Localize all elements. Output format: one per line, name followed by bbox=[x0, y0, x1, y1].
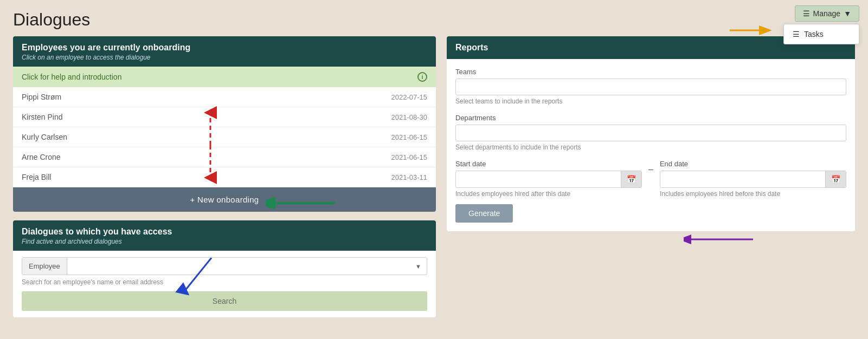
table-row[interactable]: Kurly Carlsen 2021-06-15 bbox=[13, 127, 436, 147]
teams-hint: Select teams to include in the reports bbox=[455, 97, 846, 105]
departments-input[interactable] bbox=[455, 125, 846, 141]
employee-label: Employee bbox=[22, 258, 67, 275]
table-row[interactable]: Freja Bill 2021-03-11 bbox=[13, 167, 436, 187]
employee-date: 2021-03-11 bbox=[391, 173, 428, 181]
manage-button[interactable]: ☰ Manage ▼ bbox=[795, 5, 859, 22]
new-onboarding-button[interactable]: + New onboarding bbox=[13, 187, 436, 212]
start-date-hint: Includes employees hired after this date bbox=[455, 190, 642, 198]
date-row: Start date 📅 Includes employees hired af… bbox=[455, 160, 846, 198]
employee-name: Freja Bill bbox=[22, 173, 51, 181]
start-date-wrap: 📅 bbox=[455, 171, 642, 188]
start-date-input[interactable] bbox=[456, 172, 621, 187]
access-subtitle: Find active and archived dialogues bbox=[22, 238, 427, 245]
employee-name: Pippi Strøm bbox=[22, 93, 61, 101]
employee-date: 2021-08-30 bbox=[391, 113, 428, 121]
reports-panel: Reports Teams Select teams to include in… bbox=[447, 36, 855, 231]
generate-button[interactable]: Generate bbox=[455, 204, 513, 223]
help-row[interactable]: Click for help and introduction i bbox=[13, 67, 436, 87]
manage-dropdown: ☰ Tasks bbox=[783, 24, 859, 44]
access-title: Dialogues to which you have access bbox=[22, 227, 427, 237]
purple-arrow-annotation bbox=[684, 231, 754, 247]
start-date-group: Start date 📅 Includes employees hired af… bbox=[455, 160, 642, 198]
employee-name: Kurly Carlsen bbox=[22, 133, 67, 141]
main-layout: Employees you are currently onboarding C… bbox=[0, 36, 868, 330]
start-date-calendar-button[interactable]: 📅 bbox=[621, 171, 641, 187]
employee-list: Pippi Strøm 2022-07-15 Kirsten Pind 2021… bbox=[13, 87, 436, 187]
blue-arrow-annotation bbox=[168, 258, 239, 296]
end-date-group: End date 📅 Includes employees hired befo… bbox=[660, 160, 846, 198]
tasks-icon: ☰ bbox=[793, 30, 800, 38]
table-row[interactable]: Kirsten Pind 2021-08-30 bbox=[13, 107, 436, 127]
onboarding-section: Employees you are currently onboarding C… bbox=[13, 36, 436, 212]
dropdown-arrow-icon[interactable]: ▼ bbox=[410, 259, 427, 274]
end-date-wrap: 📅 bbox=[660, 171, 846, 188]
chevron-down-icon: ▼ bbox=[844, 9, 851, 18]
employee-date: 2021-06-15 bbox=[391, 133, 428, 141]
end-date-calendar-button[interactable]: 📅 bbox=[825, 171, 846, 187]
teams-group: Teams Select teams to include in the rep… bbox=[455, 68, 846, 105]
onboarding-subtitle: Click on an employee to access the dialo… bbox=[22, 54, 427, 61]
manage-area: ☰ Manage ▼ ☰ Tasks bbox=[795, 5, 859, 22]
right-panel: Reports Teams Select teams to include in… bbox=[447, 36, 855, 317]
help-text: Click for help and introduction bbox=[22, 73, 121, 81]
employee-date: 2021-06-15 bbox=[391, 153, 428, 161]
end-date-label: End date bbox=[660, 160, 846, 168]
onboarding-header: Employees you are currently onboarding C… bbox=[13, 36, 436, 67]
table-row[interactable]: Arne Crone 2021-06-15 bbox=[13, 147, 436, 167]
red-arrows-annotation bbox=[201, 106, 220, 185]
onboarding-title: Employees you are currently onboarding bbox=[22, 43, 427, 53]
green-arrow-annotation bbox=[266, 194, 336, 212]
tasks-menu-item[interactable]: ☰ Tasks bbox=[784, 24, 859, 44]
info-icon: i bbox=[417, 72, 427, 82]
orange-arrow bbox=[730, 24, 773, 37]
departments-label: Departments bbox=[455, 114, 846, 122]
start-date-label: Start date bbox=[455, 160, 642, 168]
table-row[interactable]: Pippi Strøm 2022-07-15 bbox=[13, 87, 436, 107]
end-date-input[interactable] bbox=[660, 172, 825, 187]
teams-label: Teams bbox=[455, 68, 846, 76]
reports-body: Teams Select teams to include in the rep… bbox=[447, 59, 855, 231]
employee-date: 2022-07-15 bbox=[391, 93, 428, 101]
departments-hint: Select departments to include in the rep… bbox=[455, 144, 846, 151]
list-icon: ☰ bbox=[803, 9, 810, 18]
employee-name: Kirsten Pind bbox=[22, 113, 62, 121]
teams-input[interactable] bbox=[455, 79, 846, 95]
date-separator: – bbox=[648, 160, 653, 174]
employee-name: Arne Crone bbox=[22, 153, 61, 161]
end-date-hint: Includes employees hired before this dat… bbox=[660, 190, 846, 198]
access-header: Dialogues to which you have access Find … bbox=[13, 220, 436, 251]
svg-line-4 bbox=[184, 258, 211, 291]
departments-group: Departments Select departments to includ… bbox=[455, 114, 846, 151]
